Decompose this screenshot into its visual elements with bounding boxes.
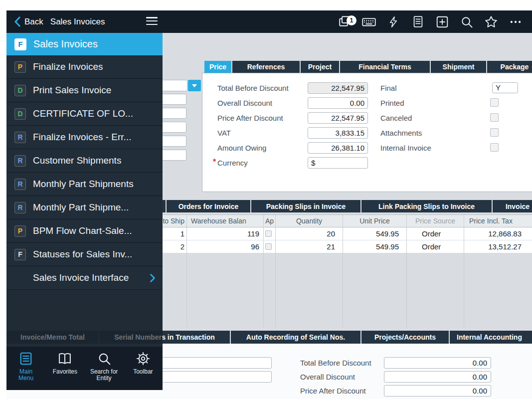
field-label: Final <box>380 82 397 94</box>
total-before-discount-field[interactable]: 22,547.95 <box>308 82 368 94</box>
sidebar-item-sales-invoices[interactable]: F Sales Invoices <box>6 33 163 55</box>
sidebar-item-monthly-part-shipments-2[interactable]: R Monthly Part Shipme... <box>6 196 163 219</box>
sidebar-item-certificate[interactable]: D CERTIFICATE OF LO... <box>6 102 163 126</box>
notes-button[interactable] <box>410 14 425 29</box>
sidebar-item-bpm-flow-chart[interactable]: P BPM Flow Chart-Sale... <box>6 219 163 243</box>
item-type-badge: P <box>14 225 26 237</box>
table-empty-area <box>125 253 532 327</box>
total-before-discount-total-field[interactable]: 0.00 <box>384 357 491 369</box>
vat-field[interactable]: 3,833.15 <box>308 127 368 139</box>
field-label: Amount Owing <box>217 142 266 154</box>
open-windows-button[interactable]: 1 <box>337 14 352 29</box>
main-menu-icon <box>18 351 33 366</box>
field-label: Overall Discount <box>300 371 355 383</box>
item-type-badge: P <box>14 61 26 73</box>
canceled-checkbox[interactable] <box>490 113 499 122</box>
field-label: Canceled <box>380 112 412 124</box>
tab-package[interactable]: Package <box>487 61 532 73</box>
field-label: VAT <box>217 127 231 139</box>
sidebar-item-finalize-invoices-errors[interactable]: R Finalize Invoices - Err... <box>6 126 163 149</box>
dropdown-arrow-icon <box>192 84 197 87</box>
tab-orders-for-invoice[interactable]: Orders for Invoice <box>167 200 250 212</box>
column-header: Ap <box>264 215 276 227</box>
flash-button[interactable] <box>386 14 401 29</box>
item-type-badge: D <box>14 85 26 96</box>
tab-link-packing-slips[interactable]: Link Packing Slips to Invoice <box>361 200 492 212</box>
form-type-badge: F <box>14 38 26 50</box>
tab-price[interactable]: Price <box>204 61 231 73</box>
attachments-checkbox[interactable] <box>490 128 499 137</box>
table-row[interactable]: 2 96 21 549.95 Order 13,512.27 <box>125 240 532 253</box>
sidebar-bottom-nav: Main Menu Favorites Search for Entity To… <box>6 347 163 390</box>
field-label: Overall Discount <box>217 97 272 109</box>
cell: 13,512.27 <box>464 240 532 253</box>
keyboard-button[interactable] <box>361 14 376 29</box>
required-asterisk: * <box>213 156 216 168</box>
currency-field[interactable]: $ <box>308 157 368 169</box>
window-count-badge: 1 <box>347 15 356 25</box>
add-new-button[interactable] <box>435 14 450 29</box>
star-icon <box>484 14 499 29</box>
tab-references[interactable]: References <box>232 61 300 73</box>
sidebar-item-statuses-for-sales-invoices[interactable]: F Statuses for Sales Inv... <box>6 243 163 266</box>
nav-label: Favorites <box>53 369 77 375</box>
tab-internal-accounting[interactable]: Internal Accounting <box>450 331 532 344</box>
sidebar-item-customer-shipments[interactable]: R Customer Shipments <box>6 149 163 173</box>
dropdown-button[interactable] <box>188 80 201 91</box>
star-button[interactable] <box>484 14 499 29</box>
field-label: Internal Invoice <box>380 142 431 154</box>
column-header: Warehouse Balan <box>187 215 264 227</box>
price-after-discount-total-field[interactable]: 0.00 <box>384 385 491 397</box>
nav-favorites[interactable]: Favorites <box>46 351 84 375</box>
sidebar-item-sales-invoice-interface[interactable]: Sales Invoice Interface <box>6 266 163 290</box>
field-label: Currency <box>217 157 248 169</box>
tab-invoice[interactable]: Invoice <box>493 200 532 212</box>
nav-main-menu[interactable]: Main Menu <box>7 351 45 382</box>
tab-packing-slips-in-invoice[interactable]: Packing Slips in Invoice <box>251 200 360 212</box>
more-button[interactable] <box>508 14 523 29</box>
nav-label: Toolbar <box>133 369 153 375</box>
tab-shipment[interactable]: Shipment <box>431 61 486 73</box>
tab-projects-accounts[interactable]: Projects/Accounts <box>361 331 449 344</box>
sidebar-item-print-sales-invoice[interactable]: D Print Sales Invoice <box>6 79 163 102</box>
tab-project[interactable]: Project <box>301 61 339 73</box>
app-root: Back Sales Invoices 1 <box>0 0 532 399</box>
field-label: Printed <box>380 97 404 109</box>
search-button[interactable] <box>459 14 474 29</box>
flash-icon <box>387 15 400 28</box>
hamburger-menu-button[interactable] <box>146 17 158 25</box>
cell: 549.95 <box>343 240 407 253</box>
sidebar-item-label: Monthly Part Shipme... <box>33 202 129 213</box>
column-header: Unit Price <box>343 215 407 227</box>
tab-auto-recording-serial-nos[interactable]: Auto Recording of Serial Nos. <box>231 331 360 344</box>
printed-checkbox[interactable] <box>490 98 499 107</box>
item-type-badge: R <box>14 179 26 190</box>
price-after-discount-field[interactable]: 22,547.95 <box>308 112 368 124</box>
cell: 119 <box>187 227 264 240</box>
amount-owing-field[interactable]: 26,381.10 <box>308 142 368 154</box>
overall-discount-field[interactable]: 0.00 <box>308 97 368 109</box>
sidebar-item-label: CERTIFICATE OF LO... <box>33 108 133 119</box>
nav-search-for-entity[interactable]: Search for Entity <box>85 351 123 382</box>
sidebar-item-label: Print Sales Invoice <box>33 85 111 96</box>
back-button[interactable]: Back <box>14 16 43 27</box>
approved-checkbox[interactable] <box>265 243 272 250</box>
cell <box>264 227 276 240</box>
item-type-badge: D <box>14 108 26 120</box>
sidebar-item-monthly-part-shipments[interactable]: R Monthly Part Shipments <box>6 173 163 196</box>
final-field[interactable]: Y <box>492 82 518 93</box>
item-type-badge: R <box>14 132 26 143</box>
table-row[interactable]: 1 119 20 549.95 Order 12,868.83 <box>125 227 532 240</box>
cell <box>264 240 276 253</box>
approved-checkbox[interactable] <box>265 230 272 237</box>
gear-icon <box>136 351 151 366</box>
search-entity-icon <box>97 351 112 366</box>
overall-discount-total-field[interactable]: 0.00 <box>384 371 491 383</box>
table-header-row: e to Ship Warehouse Balan Ap Quantity Un… <box>125 214 532 227</box>
nav-toolbar[interactable]: Toolbar <box>124 351 162 375</box>
internal-invoice-checkbox[interactable] <box>490 143 499 152</box>
sidebar-item-finalize-invoices[interactable]: P Finalize Invoices <box>6 55 163 79</box>
field-label: Price After Discount <box>217 112 283 124</box>
item-type-badge: R <box>14 202 26 213</box>
tab-financial-terms[interactable]: Financial Terms <box>340 61 430 73</box>
